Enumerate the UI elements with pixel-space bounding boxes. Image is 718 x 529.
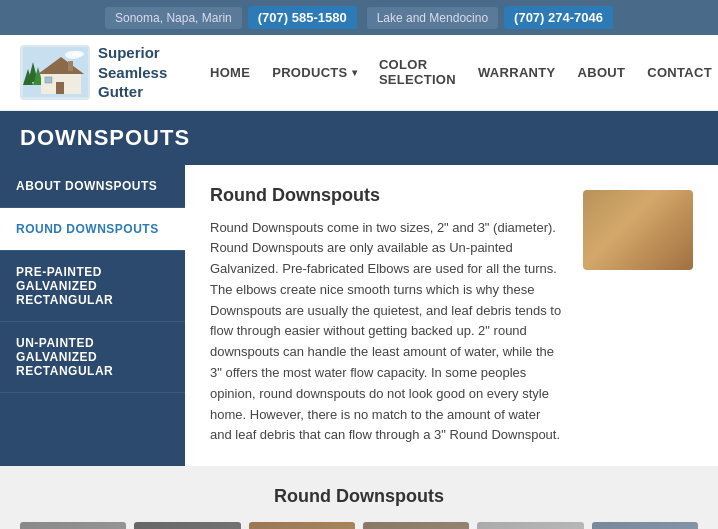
location2-text: Lake and Mendocino — [367, 7, 498, 29]
gallery-thumb-5[interactable] — [477, 522, 583, 529]
sidebar-item-about-downspouts[interactable]: ABOUT DOWNSPOUTS — [0, 165, 185, 208]
nav-contact[interactable]: CONTACT — [637, 59, 718, 86]
dropdown-arrow-icon: ▾ — [352, 67, 357, 78]
main-image-inner — [583, 190, 693, 270]
nav-home[interactable]: HOME — [200, 59, 260, 86]
location1-group: Sonoma, Napa, Marin (707) 585-1580 — [105, 6, 357, 29]
main-content: Round Downspouts Round Downspouts come i… — [185, 165, 718, 467]
main-nav: HOME PRODUCTS ▾ COLOR SELECTION WARRANTY… — [200, 51, 718, 93]
nav-color-selection[interactable]: COLOR SELECTION — [369, 51, 466, 93]
gallery-heading: Round Downspouts — [20, 486, 698, 507]
logo-image — [20, 45, 90, 100]
page-title: DOWNSPOUTS — [20, 125, 698, 151]
logo-line1: Superior — [98, 44, 160, 61]
gallery-thumb-6[interactable] — [592, 522, 698, 529]
nav-products[interactable]: PRODUCTS ▾ — [262, 59, 367, 86]
main-body: Round Downspouts come in two sizes, 2" a… — [210, 218, 563, 447]
location1-text: Sonoma, Napa, Marin — [105, 7, 242, 29]
gallery-thumb-4[interactable] — [363, 522, 469, 529]
gallery-thumb-1[interactable] — [20, 522, 126, 529]
phone1[interactable]: (707) 585-1580 — [248, 6, 357, 29]
sidebar-item-round-downspouts[interactable]: ROUND DOWNSPOUTS — [0, 208, 185, 251]
top-bar: Sonoma, Napa, Marin (707) 585-1580 Lake … — [0, 0, 718, 35]
sidebar-item-pre-painted[interactable]: PRE-PAINTED GALVANIZED RECTANGULAR — [0, 251, 185, 322]
gallery-section: Round Downspouts — [0, 466, 718, 529]
logo-line3: Gutter — [98, 83, 143, 100]
svg-rect-8 — [68, 61, 73, 71]
main-image — [583, 190, 693, 270]
logo-text: Superior Seamless Gutter — [98, 43, 167, 102]
main-text-area: Round Downspouts Round Downspouts come i… — [210, 185, 563, 447]
header: Superior Seamless Gutter HOME PRODUCTS ▾… — [0, 35, 718, 111]
page-title-bar: DOWNSPOUTS — [0, 111, 718, 165]
gallery-thumb-2[interactable] — [134, 522, 240, 529]
gallery-thumb-3[interactable] — [249, 522, 355, 529]
nav-about[interactable]: ABOUT — [568, 59, 636, 86]
phone2[interactable]: (707) 274-7046 — [504, 6, 613, 29]
content-area: ABOUT DOWNSPOUTS ROUND DOWNSPOUTS PRE-PA… — [0, 165, 718, 467]
svg-rect-6 — [56, 82, 64, 94]
nav-warranty[interactable]: WARRANTY — [468, 59, 566, 86]
location2-group: Lake and Mendocino (707) 274-7046 — [367, 6, 613, 29]
logo-area: Superior Seamless Gutter — [20, 43, 200, 102]
svg-rect-7 — [45, 77, 52, 83]
main-heading: Round Downspouts — [210, 185, 563, 206]
svg-point-10 — [72, 51, 84, 57]
sidebar-item-un-painted[interactable]: UN-PAINTED GALVANIZED RECTANGULAR — [0, 322, 185, 393]
sidebar: ABOUT DOWNSPOUTS ROUND DOWNSPOUTS PRE-PA… — [0, 165, 185, 467]
logo-svg — [23, 47, 88, 97]
logo-line2: Seamless — [98, 64, 167, 81]
gallery-grid — [20, 522, 698, 529]
